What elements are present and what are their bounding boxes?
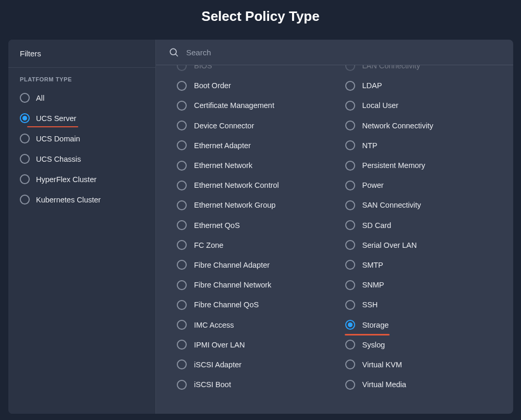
platform-option-label: UCS Domain [36, 135, 80, 143]
page-title: Select Policy Type [0, 0, 521, 36]
platform-type-options: AllUCS ServerUCS DomainUCS ChassisHyperF… [8, 88, 155, 210]
radio-icon [345, 65, 355, 71]
platform-option-label: UCS Server [36, 114, 76, 123]
policy-option-label: IPMI Over LAN [194, 341, 245, 349]
radio-icon [345, 240, 355, 250]
policy-option-virtual-kvm[interactable]: Virtual KVM [337, 355, 501, 375]
policy-option-fibre-channel-adapter[interactable]: Fibre Channel Adapter [168, 255, 333, 275]
policy-option-label: Power [362, 181, 384, 189]
platform-option-hyperflex-cluster[interactable]: HyperFlex Cluster [8, 169, 155, 189]
radio-icon [177, 260, 187, 270]
radio-icon [20, 134, 30, 143]
policy-option-ethernet-adapter[interactable]: Ethernet Adapter [168, 136, 333, 155]
platform-option-label: Kubernetes Cluster [36, 196, 101, 204]
policy-option-label: Device Connector [194, 122, 254, 130]
policy-option-ethernet-network[interactable]: Ethernet Network [168, 155, 333, 175]
policy-option-label: SSH [362, 301, 378, 309]
policy-option-ethernet-qos[interactable]: Ethernet QoS [168, 215, 333, 235]
policy-option-label: Persistent Memory [362, 161, 426, 170]
radio-icon [345, 161, 355, 171]
platform-option-kubernetes-cluster[interactable]: Kubernetes Cluster [8, 189, 155, 210]
radio-icon [345, 200, 355, 210]
radio-icon [345, 101, 355, 111]
platform-option-ucs-domain[interactable]: UCS Domain [8, 128, 155, 149]
policy-option-label: Fibre Channel QoS [194, 301, 259, 309]
policy-option-device-connector[interactable]: Device Connector [168, 116, 333, 136]
policy-option-boot-order[interactable]: Boot Order [168, 76, 333, 95]
svg-line-1 [176, 54, 178, 56]
radio-icon [20, 93, 30, 103]
platform-type-label: PLATFORM TYPE [8, 68, 155, 88]
policy-option-smtp[interactable]: SMTP [337, 255, 501, 275]
policy-option-sd-card[interactable]: SD Card [337, 215, 501, 235]
policy-option-serial-over-lan[interactable]: Serial Over LAN [337, 235, 501, 255]
filters-header: Filters [8, 40, 155, 68]
policy-option-lan-connectivity[interactable]: LAN Connectivity [337, 65, 501, 76]
policy-option-label: SD Card [362, 221, 392, 230]
policy-option-local-user[interactable]: Local User [337, 95, 501, 115]
radio-icon [177, 320, 187, 330]
radio-icon [345, 380, 355, 390]
radio-icon [345, 121, 355, 130]
policy-option-ntp[interactable]: NTP [337, 136, 501, 155]
policy-option-label: Ethernet Network Control [194, 181, 279, 189]
policy-option-label: FC Zone [194, 241, 223, 249]
platform-option-ucs-chassis[interactable]: UCS Chassis [8, 149, 155, 169]
policy-option-ethernet-network-control[interactable]: Ethernet Network Control [168, 175, 333, 195]
radio-icon [177, 380, 187, 390]
radio-icon [177, 181, 187, 190]
policy-option-ipmi-over-lan[interactable]: IPMI Over LAN [168, 335, 333, 355]
radio-icon [345, 260, 355, 270]
policy-option-label: Syslog [362, 341, 385, 349]
policy-option-power[interactable]: Power [337, 175, 501, 195]
highlight-underline [27, 126, 78, 128]
policy-option-iscsi-adapter[interactable]: iSCSI Adapter [168, 355, 333, 375]
policy-option-virtual-media[interactable]: Virtual Media [337, 375, 501, 394]
policy-option-fibre-channel-network[interactable]: Fibre Channel Network [168, 275, 333, 295]
policy-option-storage[interactable]: Storage [337, 315, 501, 334]
policy-option-label: Fibre Channel Adapter [194, 261, 270, 269]
policy-option-label: iSCSI Adapter [194, 361, 241, 369]
radio-icon [177, 280, 187, 290]
policy-main: BIOSBoot OrderCertificate ManagementDevi… [156, 40, 513, 414]
platform-option-all[interactable]: All [8, 88, 155, 108]
policy-option-iscsi-boot[interactable]: iSCSI Boot [168, 375, 333, 394]
policy-option-label: SNMP [362, 281, 384, 289]
policy-option-fibre-channel-qos[interactable]: Fibre Channel QoS [168, 295, 333, 315]
radio-icon [177, 65, 187, 71]
policy-option-bios[interactable]: BIOS [168, 65, 333, 76]
policy-option-ldap[interactable]: LDAP [337, 76, 501, 95]
policy-option-label: Storage [362, 321, 389, 329]
policy-option-syslog[interactable]: Syslog [337, 335, 501, 355]
policy-option-certificate-management[interactable]: Certificate Management [168, 95, 333, 115]
policy-option-imc-access[interactable]: IMC Access [168, 315, 333, 334]
policy-option-persistent-memory[interactable]: Persistent Memory [337, 155, 501, 175]
policy-option-label: Serial Over LAN [362, 241, 417, 249]
radio-icon [177, 140, 187, 150]
policy-option-label: Virtual KVM [362, 361, 402, 369]
platform-option-label: UCS Chassis [36, 155, 81, 163]
policy-column-0: BIOSBoot OrderCertificate ManagementDevi… [168, 65, 333, 394]
policy-option-network-connectivity[interactable]: Network Connectivity [337, 116, 501, 136]
search-input[interactable] [186, 48, 501, 57]
platform-option-label: All [36, 94, 44, 102]
radio-icon [345, 220, 355, 230]
radio-icon [20, 113, 30, 123]
policy-option-ssh[interactable]: SSH [337, 295, 501, 315]
platform-option-ucs-server[interactable]: UCS Server [8, 108, 155, 128]
radio-icon [177, 240, 187, 250]
policy-option-snmp[interactable]: SNMP [337, 275, 501, 295]
policy-option-label: Fibre Channel Network [194, 281, 271, 289]
policy-option-san-connectivity[interactable]: SAN Connectivity [337, 195, 501, 215]
policy-option-label: BIOS [194, 65, 212, 70]
policy-option-label: SMTP [362, 261, 383, 269]
radio-icon [345, 340, 355, 350]
search-icon [168, 47, 179, 57]
policy-option-label: Ethernet Network [194, 161, 252, 170]
policy-option-label: Ethernet QoS [194, 221, 240, 230]
policy-option-label: Ethernet Adapter [194, 141, 251, 150]
policy-option-ethernet-network-group[interactable]: Ethernet Network Group [168, 195, 333, 215]
policy-option-fc-zone[interactable]: FC Zone [168, 235, 333, 255]
radio-icon [20, 154, 30, 164]
radio-icon [345, 140, 355, 150]
